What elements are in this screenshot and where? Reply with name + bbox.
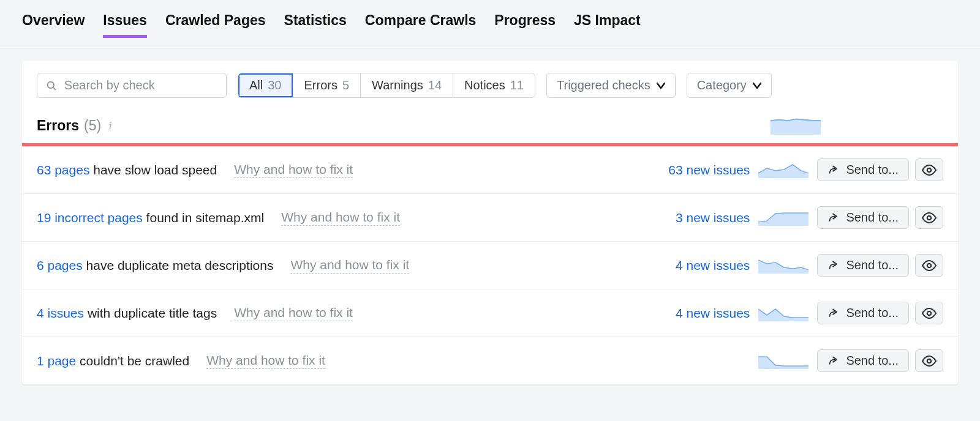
- why-how-link[interactable]: Why and how to fix it: [234, 305, 353, 321]
- why-how-link[interactable]: Why and how to fix it: [234, 162, 353, 178]
- severity-filter: All 30 Errors 5 Warnings 14 Notices 11: [238, 73, 535, 98]
- table-row: 63 pages have slow load speed Why and ho…: [22, 146, 958, 194]
- filter-notices-label: Notices: [464, 78, 505, 92]
- filter-all-count: 30: [268, 78, 281, 92]
- tab-issues[interactable]: Issues: [103, 12, 147, 38]
- filter-all[interactable]: All 30: [238, 73, 293, 97]
- send-to-button[interactable]: Send to...: [817, 206, 909, 229]
- send-icon: [827, 308, 840, 318]
- search-input[interactable]: [64, 78, 217, 92]
- table-row: 1 page couldn't be crawled Why and how t…: [22, 337, 958, 385]
- issue-link[interactable]: 6 pages: [37, 258, 83, 272]
- eye-icon: [922, 308, 937, 319]
- send-icon: [827, 213, 840, 223]
- section-title: Errors: [37, 117, 79, 134]
- triggered-checks-label: Triggered checks: [557, 78, 650, 92]
- filter-warnings-count: 14: [428, 78, 442, 92]
- svg-marker-3: [758, 165, 809, 178]
- tab-overview[interactable]: Overview: [22, 12, 85, 38]
- send-to-label: Send to...: [846, 210, 899, 225]
- issue-rest: with duplicate title tags: [84, 306, 217, 320]
- eye-button[interactable]: [915, 302, 943, 324]
- eye-button[interactable]: [915, 158, 943, 181]
- issue-link[interactable]: 19 incorrect pages: [37, 210, 143, 225]
- new-issues-link[interactable]: 4 new issues: [646, 306, 750, 321]
- filter-notices-count: 11: [510, 78, 524, 92]
- row-sparkline: [758, 162, 809, 178]
- send-icon: [827, 261, 840, 270]
- category-dropdown[interactable]: Category: [687, 73, 772, 98]
- row-sparkline: [758, 353, 809, 369]
- issue-text: 19 incorrect pages found in sitemap.xml …: [37, 210, 646, 226]
- new-issues-link[interactable]: 4 new issues: [646, 258, 750, 273]
- toolbar: All 30 Errors 5 Warnings 14 Notices 11 T…: [22, 61, 958, 110]
- send-to-label: Send to...: [846, 163, 899, 177]
- filter-errors-count: 5: [342, 78, 349, 92]
- svg-point-12: [927, 359, 931, 362]
- issue-text: 6 pages have duplicate meta descriptions…: [37, 258, 646, 274]
- why-how-link[interactable]: Why and how to fix it: [281, 210, 400, 226]
- row-sparkline: [758, 258, 809, 274]
- section-count: (5): [84, 117, 101, 134]
- eye-button[interactable]: [915, 206, 943, 229]
- filter-notices[interactable]: Notices 11: [453, 73, 535, 97]
- issue-text: 4 issues with duplicate title tags Why a…: [37, 305, 646, 321]
- why-how-link[interactable]: Why and how to fix it: [290, 258, 409, 274]
- send-to-label: Send to...: [846, 354, 899, 368]
- filter-errors-label: Errors: [304, 78, 337, 92]
- issue-rest: found in sitemap.xml: [143, 210, 264, 225]
- table-row: 19 incorrect pages found in sitemap.xml …: [22, 194, 958, 242]
- eye-icon: [922, 356, 937, 367]
- category-label: Category: [697, 78, 747, 92]
- search-field[interactable]: [37, 73, 227, 98]
- filter-errors[interactable]: Errors 5: [293, 73, 361, 97]
- send-icon: [827, 356, 840, 366]
- svg-point-4: [927, 168, 931, 171]
- tab-compare-crawls[interactable]: Compare Crawls: [365, 12, 477, 38]
- svg-line-1: [53, 87, 56, 89]
- triggered-checks-dropdown[interactable]: Triggered checks: [546, 73, 676, 98]
- issue-rest: couldn't be crawled: [76, 354, 189, 368]
- search-icon: [46, 80, 57, 92]
- table-row: 6 pages have duplicate meta descriptions…: [22, 242, 958, 289]
- send-to-button[interactable]: Send to...: [817, 349, 909, 372]
- new-issues-link[interactable]: 3 new issues: [646, 210, 750, 225]
- row-sparkline: [758, 305, 809, 321]
- send-to-label: Send to...: [846, 258, 899, 272]
- new-issues-link[interactable]: 63 new issues: [646, 163, 750, 177]
- issue-link[interactable]: 63 pages: [37, 163, 89, 177]
- filter-warnings[interactable]: Warnings 14: [361, 73, 453, 97]
- issue-link[interactable]: 1 page: [37, 354, 76, 368]
- eye-button[interactable]: [915, 349, 943, 372]
- issue-rest: have duplicate meta descriptions: [83, 258, 274, 272]
- svg-point-10: [927, 311, 931, 315]
- tab-crawled-pages[interactable]: Crawled Pages: [165, 12, 266, 38]
- info-icon[interactable]: i: [108, 119, 112, 133]
- eye-icon: [922, 165, 937, 176]
- eye-button[interactable]: [915, 254, 943, 277]
- issue-rest: have slow load speed: [89, 163, 217, 177]
- issues-panel: All 30 Errors 5 Warnings 14 Notices 11 T…: [22, 61, 958, 385]
- tab-statistics[interactable]: Statistics: [284, 12, 347, 38]
- tab-js-impact[interactable]: JS Impact: [574, 12, 641, 38]
- chevron-down-icon: [657, 82, 665, 89]
- tab-progress[interactable]: Progress: [494, 12, 556, 38]
- svg-marker-11: [758, 357, 809, 369]
- svg-marker-5: [758, 213, 809, 226]
- issue-text: 1 page couldn't be crawled Why and how t…: [37, 353, 646, 369]
- send-to-button[interactable]: Send to...: [817, 302, 909, 324]
- svg-point-6: [927, 215, 931, 219]
- table-row: 4 issues with duplicate title tags Why a…: [22, 289, 958, 337]
- send-to-button[interactable]: Send to...: [817, 254, 909, 277]
- top-tabs: Overview Issues Crawled Pages Statistics…: [0, 0, 980, 48]
- issue-link[interactable]: 4 issues: [37, 306, 84, 320]
- why-how-link[interactable]: Why and how to fix it: [206, 353, 325, 369]
- filter-all-label: All: [249, 78, 263, 92]
- filter-warnings-label: Warnings: [372, 78, 423, 92]
- send-icon: [827, 165, 840, 175]
- send-to-button[interactable]: Send to...: [817, 158, 909, 181]
- send-to-label: Send to...: [846, 306, 899, 320]
- chevron-down-icon: [753, 82, 761, 89]
- svg-marker-9: [758, 309, 809, 321]
- errors-section-header: Errors (5) i: [22, 110, 958, 143]
